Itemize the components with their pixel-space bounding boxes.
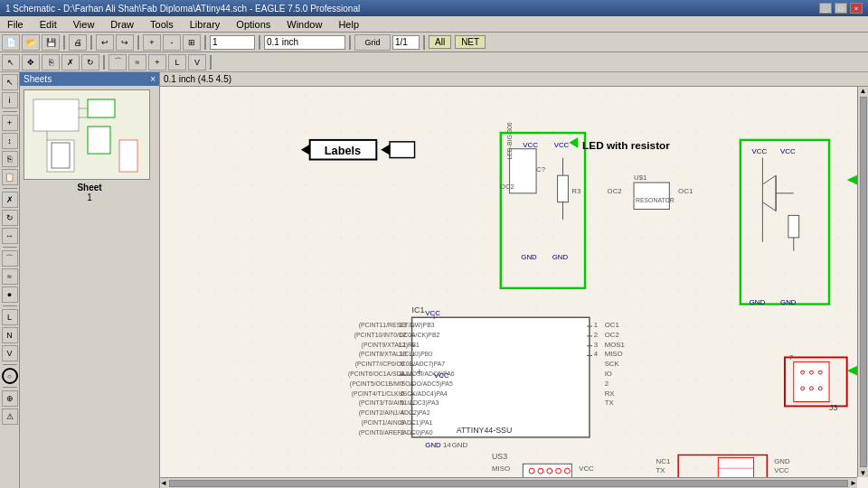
scroll-right-btn[interactable]: ► xyxy=(850,479,857,487)
sheets-title: Sheets xyxy=(24,74,52,84)
undo-button[interactable]: ↩ xyxy=(96,34,114,51)
toolbar-1: 📄 📂 💾 🖨 ↩ ↪ + - ⊞ Grid All NET xyxy=(0,33,868,52)
horizontal-scrollbar[interactable]: ◄ ► xyxy=(160,477,857,488)
svg-text:U$1: U$1 xyxy=(634,174,646,182)
tool-copy[interactable]: ⎘ xyxy=(2,151,18,167)
tool-info[interactable]: i xyxy=(2,92,18,108)
vscroll-thumb[interactable] xyxy=(860,97,867,467)
tool-move[interactable]: ↕ xyxy=(2,133,18,149)
value-tool[interactable]: V xyxy=(188,54,206,70)
sheets-content: Sheet 1 xyxy=(20,86,159,488)
zoom-input[interactable] xyxy=(210,35,255,50)
left-tool-panel: ↖ i + ↕ ⎘ 📋 ✗ ↻ ↔ ⌒ ≈ ● L N V ○ ⊕ ⚠ xyxy=(0,72,20,488)
svg-text:2: 2 xyxy=(401,428,404,436)
svg-text:7: 7 xyxy=(401,380,404,388)
new-button[interactable]: 📄 xyxy=(2,34,20,51)
copy-tool[interactable]: ⎘ xyxy=(42,54,60,70)
sheets-close[interactable]: × xyxy=(150,74,156,84)
save-button[interactable]: 💾 xyxy=(42,34,60,51)
menu-bar: File Edit View Draw Tools Library Option… xyxy=(0,16,868,33)
menu-tools[interactable]: Tools xyxy=(146,18,177,31)
menu-edit[interactable]: Edit xyxy=(36,18,61,31)
vertical-scrollbar[interactable]: ▲ ▼ xyxy=(857,87,868,477)
delete-tool[interactable]: ✗ xyxy=(61,54,80,70)
svg-text:VCC: VCC xyxy=(752,147,768,155)
schematic-svg[interactable]: Labels LED with resistor C? xyxy=(160,87,868,477)
svg-text:8: 8 xyxy=(401,370,405,378)
tool-net[interactable]: ≈ xyxy=(2,268,18,285)
tool-wire[interactable]: ⌒ xyxy=(2,250,18,267)
svg-text:IC1: IC1 xyxy=(412,305,425,314)
tool-separator xyxy=(3,305,17,306)
menu-library[interactable]: Library xyxy=(186,18,224,31)
tool-separator xyxy=(3,387,17,388)
tool-arrow[interactable]: ↖ xyxy=(2,74,18,90)
zoom-out-button[interactable]: - xyxy=(163,34,181,51)
tool-separator xyxy=(3,247,17,248)
tool-label[interactable]: L xyxy=(2,309,18,325)
wire-tool[interactable]: ⌒ xyxy=(108,54,127,70)
svg-text:C?: C? xyxy=(536,165,546,174)
hscroll-thumb[interactable] xyxy=(169,480,848,487)
svg-text:(PCINT8/XTAL1/CLKI)PB0: (PCINT8/XTAL1/CLKI)PB0 xyxy=(359,351,433,358)
menu-view[interactable]: View xyxy=(70,18,99,31)
zoom-in-button[interactable]: + xyxy=(143,34,161,51)
zoom-fit-button[interactable]: ⊞ xyxy=(183,34,201,51)
net-tool[interactable]: ≈ xyxy=(128,54,146,70)
svg-text:OC2: OC2 xyxy=(500,183,514,191)
tool-paste[interactable]: 📋 xyxy=(2,169,18,185)
svg-text:3: 3 xyxy=(594,341,599,349)
snap-input[interactable] xyxy=(392,35,420,50)
toolbar-separator xyxy=(210,55,212,70)
svg-text:GND: GND xyxy=(774,457,790,465)
tool-drc[interactable]: ⚠ xyxy=(2,408,18,425)
select-tool[interactable]: ↖ xyxy=(2,54,20,70)
add-tool[interactable]: + xyxy=(148,54,166,70)
tool-zoom[interactable]: ○ xyxy=(2,368,18,384)
open-button[interactable]: 📂 xyxy=(22,34,40,51)
print-button[interactable]: 🖨 xyxy=(69,34,87,51)
rotate-tool[interactable]: ↻ xyxy=(81,54,99,70)
tool-name[interactable]: N xyxy=(2,327,18,343)
toolbar-separator xyxy=(204,35,206,50)
net-display[interactable]: NET xyxy=(455,35,486,49)
menu-options[interactable]: Options xyxy=(232,18,274,31)
scroll-down-btn[interactable]: ▼ xyxy=(860,469,867,477)
redo-button[interactable]: ↪ xyxy=(116,34,134,51)
svg-text:J3: J3 xyxy=(829,403,837,412)
tool-junction[interactable]: ● xyxy=(2,286,18,303)
tool-delete[interactable]: ✗ xyxy=(2,192,18,208)
toolbar-separator xyxy=(137,35,139,50)
scroll-left-btn[interactable]: ◄ xyxy=(160,479,167,487)
tool-add[interactable]: + xyxy=(2,115,18,131)
minimize-button[interactable]: _ xyxy=(819,3,832,14)
coord-input[interactable] xyxy=(264,35,345,50)
tool-origin[interactable]: ⊕ xyxy=(2,390,18,407)
window-controls[interactable]: _ □ × xyxy=(819,3,863,14)
move-tool[interactable]: ✥ xyxy=(22,54,40,70)
tool-rotate[interactable]: ↻ xyxy=(2,210,18,226)
sheet-thumbnail[interactable] xyxy=(24,89,150,180)
menu-help[interactable]: Help xyxy=(335,18,363,31)
schematic-canvas[interactable]: 0.1 inch (4.5 4.5) Labels xyxy=(160,72,868,488)
tool-value[interactable]: V xyxy=(2,345,18,361)
close-button[interactable]: × xyxy=(850,3,863,14)
toolbar-separator xyxy=(90,35,92,50)
label-tool[interactable]: L xyxy=(168,54,186,70)
tool-mirror[interactable]: ↔ xyxy=(2,228,18,244)
svg-text:RX: RX xyxy=(605,389,616,398)
svg-text:MISO: MISO xyxy=(605,350,623,358)
scroll-up-btn[interactable]: ▲ xyxy=(860,87,867,95)
svg-text:4: 4 xyxy=(594,350,599,358)
sheets-header: Sheets × xyxy=(20,72,159,86)
svg-text:LED with resistor: LED with resistor xyxy=(582,139,670,151)
menu-window[interactable]: Window xyxy=(283,18,326,31)
menu-draw[interactable]: Draw xyxy=(107,18,137,31)
menu-file[interactable]: File xyxy=(4,18,27,31)
grid-button[interactable]: Grid xyxy=(354,34,391,51)
toolbar-separator xyxy=(63,35,65,50)
svg-text:VCC: VCC xyxy=(579,465,594,473)
maximize-button[interactable]: □ xyxy=(835,3,847,14)
layer-display[interactable]: All xyxy=(429,35,451,49)
svg-text:VCC: VCC xyxy=(554,141,570,149)
